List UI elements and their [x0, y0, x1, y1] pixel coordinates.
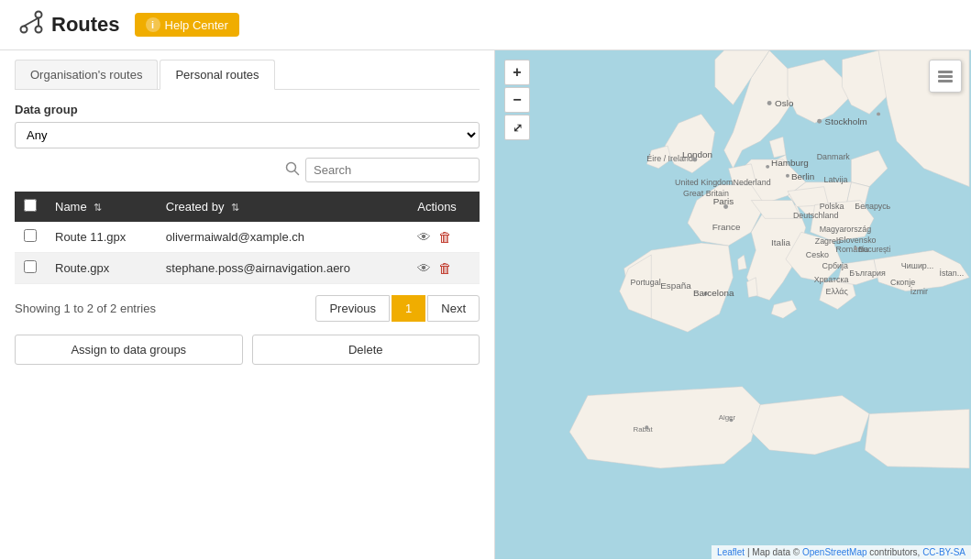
svg-point-12 [877, 112, 880, 115]
table-header-checkbox [15, 192, 46, 222]
svg-text:Stockholm: Stockholm [825, 116, 867, 126]
tabs: Organisation's routes Personal routes [15, 60, 480, 90]
row1-name: Route 11.gpx [46, 222, 157, 253]
row2-checkbox-cell [15, 253, 46, 284]
svg-text:Alger: Alger [719, 413, 736, 422]
svg-text:Éire / Ireland: Éire / Ireland [646, 154, 693, 163]
pagination-controls: Previous 1 Next [315, 295, 480, 322]
table-row: Route 11.gpx olivermaiwald@xample.ch 👁 🗑 [15, 222, 480, 253]
header: Routes i Help Center [0, 0, 971, 50]
svg-text:България: България [849, 269, 886, 278]
svg-text:Nederland: Nederland [734, 178, 771, 187]
svg-text:Hamburg: Hamburg [771, 158, 809, 168]
left-panel: Organisation's routes Personal routes Da… [0, 50, 495, 559]
help-center-button[interactable]: i Help Center [135, 13, 239, 37]
row1-checkbox[interactable] [24, 229, 37, 242]
info-icon: i [146, 17, 160, 32]
search-row [15, 158, 480, 182]
row1-actions: 👁 🗑 [408, 222, 480, 253]
svg-text:Barcelona: Barcelona [693, 288, 734, 298]
row2-view-icon[interactable]: 👁 [417, 260, 431, 276]
osm-link[interactable]: OpenStreetMap [802, 547, 867, 557]
row2-created-by: stephane.poss@airnavigation.aero [157, 253, 408, 284]
data-group-select[interactable]: Any [15, 122, 480, 148]
showing-text: Showing 1 to 2 of 2 entries [15, 302, 156, 315]
assign-button[interactable]: Assign to data groups [15, 335, 243, 365]
svg-text:Xрватска: Xрватска [814, 275, 849, 284]
cc-link[interactable]: CC-BY-SA [922, 547, 965, 557]
svg-point-53 [854, 247, 857, 250]
svg-text:Polska: Polska [820, 202, 844, 211]
svg-text:Great Britain: Great Britain [683, 189, 729, 198]
svg-line-3 [24, 18, 39, 27]
svg-text:București: București [858, 245, 890, 254]
svg-text:Paris: Paris [713, 196, 734, 206]
svg-text:Oslo: Oslo [775, 98, 794, 108]
svg-point-13 [766, 165, 769, 169]
table-header-name: Name ⇅ [46, 192, 157, 222]
bottom-buttons: Assign to data groups Delete [15, 335, 480, 365]
row1-created-by: olivermaiwald@xample.ch [157, 222, 408, 253]
row1-checkbox-cell [15, 222, 46, 253]
layers-icon [938, 71, 953, 82]
svg-text:Rabat: Rabat [633, 425, 653, 434]
table-header-actions: Actions [408, 192, 480, 222]
svg-text:Zagreb: Zagreb [815, 236, 841, 246]
svg-text:United Kingdom: United Kingdom [675, 178, 733, 187]
svg-text:Беларусь: Беларусь [855, 202, 890, 211]
svg-text:Danmark: Danmark [817, 152, 851, 161]
sort-name-icon[interactable]: ⇅ [94, 202, 102, 213]
svg-line-6 [295, 170, 299, 174]
svg-text:Скопjе: Скопjе [890, 278, 915, 287]
tab-org-routes[interactable]: Organisation's routes [15, 60, 158, 89]
select-all-checkbox[interactable] [24, 199, 37, 212]
routes-icon [18, 9, 44, 40]
map-layers-button[interactable] [929, 60, 962, 93]
row2-name: Route.gpx [46, 253, 157, 284]
delete-button[interactable]: Delete [252, 335, 480, 365]
fullscreen-button[interactable]: ⤢ [504, 115, 530, 140]
table-row: Route.gpx stephane.poss@airnavigation.ae… [15, 253, 480, 284]
previous-button[interactable]: Previous [315, 295, 390, 322]
svg-point-0 [21, 27, 28, 33]
svg-point-8 [767, 101, 772, 105]
row2-actions: 👁 🗑 [408, 253, 480, 284]
svg-text:Cesko: Cesko [806, 250, 829, 259]
svg-text:Portugal: Portugal [631, 278, 661, 287]
row2-delete-icon[interactable]: 🗑 [438, 260, 452, 276]
svg-text:España: España [660, 280, 691, 291]
page-title: Routes [51, 13, 120, 37]
zoom-in-button[interactable]: + [504, 60, 530, 85]
sort-created-icon[interactable]: ⇅ [231, 202, 239, 213]
tab-personal-routes[interactable]: Personal routes [160, 60, 274, 90]
svg-text:İzmir: İzmir [910, 287, 928, 296]
svg-point-2 [36, 27, 42, 33]
svg-text:Ελλάς: Ελλάς [826, 287, 849, 296]
svg-text:Slovensko: Slovensko [838, 236, 876, 245]
row2-checkbox[interactable] [24, 260, 37, 273]
leaflet-link[interactable]: Leaflet [717, 547, 745, 557]
svg-text:İstan...: İstan... [939, 269, 964, 278]
table-header-created-by: Created by ⇅ [157, 192, 408, 222]
row1-view-icon[interactable]: 👁 [417, 229, 431, 245]
svg-text:Latvija: Latvija [824, 175, 848, 184]
map-panel: + − ⤢ [495, 50, 971, 559]
svg-text:Сpбиja: Сpбиja [822, 261, 848, 270]
page-1-button[interactable]: 1 [392, 295, 425, 322]
search-input[interactable] [305, 158, 480, 182]
map-attribution: Leaflet | Map data © OpenStreetMap contr… [712, 545, 971, 559]
svg-text:Чишир...: Чишир... [901, 261, 933, 270]
svg-text:Italia: Italia [771, 237, 790, 247]
routes-table: Name ⇅ Created by ⇅ Actions Route 11.gpx… [15, 192, 480, 284]
svg-point-15 [786, 174, 789, 178]
data-group-label: Data group [15, 103, 480, 116]
zoom-out-button[interactable]: − [504, 87, 530, 113]
next-button[interactable]: Next [427, 295, 480, 322]
map-svg: Oslo Stockholm Hamburg Berlin London Par… [495, 50, 971, 559]
main-layout: Organisation's routes Personal routes Da… [0, 50, 971, 559]
svg-text:France: France [712, 222, 741, 232]
svg-point-1 [36, 12, 42, 18]
row1-delete-icon[interactable]: 🗑 [438, 229, 452, 245]
svg-point-10 [817, 119, 822, 124]
svg-text:Deutschland: Deutschland [793, 211, 839, 220]
